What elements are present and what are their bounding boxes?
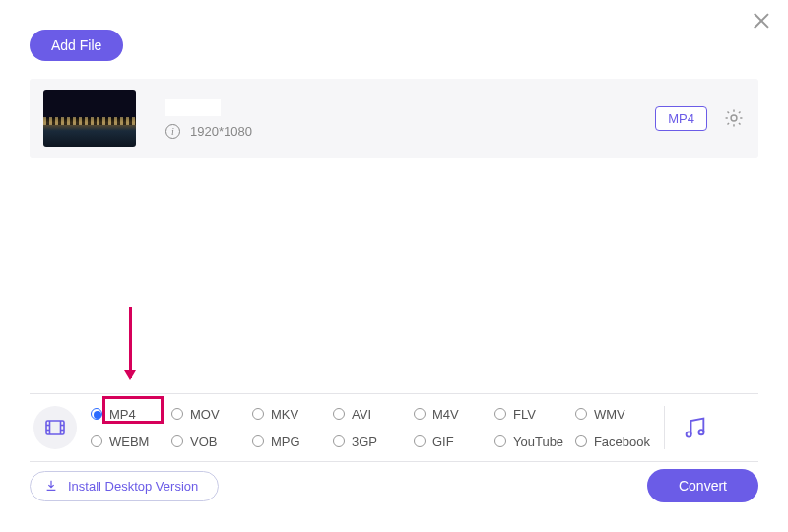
format-label: YouTube: [513, 434, 563, 449]
format-label: WMV: [594, 407, 625, 422]
music-icon[interactable]: [681, 414, 708, 441]
format-label: Facebook: [594, 434, 650, 449]
format-label: FLV: [513, 407, 536, 422]
formats-grid: MP4 MOV MKV AVI M4V FLV WMV WEBM VOB MPG…: [89, 402, 652, 453]
format-option-youtube[interactable]: YouTube: [492, 433, 571, 450]
svg-point-8: [687, 432, 691, 436]
format-option-mkv[interactable]: MKV: [250, 406, 329, 423]
format-option-facebook[interactable]: Facebook: [573, 433, 652, 450]
format-label: MOV: [190, 407, 220, 422]
format-label: 3GP: [352, 434, 377, 449]
divider: [664, 406, 665, 449]
file-format-button[interactable]: MP4: [655, 106, 707, 131]
format-option-mov[interactable]: MOV: [169, 406, 248, 423]
format-option-gif[interactable]: GIF: [412, 433, 491, 450]
format-option-3gp[interactable]: 3GP: [331, 433, 410, 450]
gear-icon[interactable]: [723, 107, 745, 129]
download-icon: [44, 479, 58, 493]
info-icon[interactable]: i: [165, 124, 180, 139]
format-option-m4v[interactable]: M4V: [412, 406, 491, 423]
format-option-avi[interactable]: AVI: [331, 406, 410, 423]
format-panel: MP4 MOV MKV AVI M4V FLV WMV WEBM VOB MPG…: [30, 393, 758, 462]
file-resolution: 1920*1080: [190, 124, 252, 139]
file-thumbnail: [43, 90, 136, 147]
format-label: GIF: [432, 434, 454, 449]
format-option-mp4[interactable]: MP4: [89, 406, 167, 423]
format-option-webm[interactable]: WEBM: [89, 433, 167, 450]
format-option-mpg[interactable]: MPG: [250, 433, 329, 450]
video-icon[interactable]: [33, 406, 77, 449]
format-option-flv[interactable]: FLV: [492, 406, 571, 423]
bottom-bar: Install Desktop Version Convert: [30, 469, 758, 502]
install-desktop-button[interactable]: Install Desktop Version: [30, 471, 219, 501]
file-item: i 1920*1080 MP4: [30, 79, 758, 158]
install-desktop-label: Install Desktop Version: [68, 479, 198, 494]
format-label: MP4: [109, 407, 136, 422]
annotation-arrow: [129, 307, 132, 378]
close-icon[interactable]: [753, 12, 770, 30]
svg-point-0: [731, 115, 737, 121]
format-label: AVI: [352, 407, 371, 422]
format-label: MPG: [271, 434, 300, 449]
format-label: VOB: [190, 434, 217, 449]
format-option-vob[interactable]: VOB: [169, 433, 248, 450]
file-meta: i 1920*1080: [165, 99, 252, 139]
add-file-button[interactable]: Add File: [30, 30, 123, 61]
format-option-wmv[interactable]: WMV: [573, 406, 652, 423]
convert-button[interactable]: Convert: [647, 469, 758, 502]
file-name: [165, 99, 221, 116]
format-label: MKV: [271, 407, 298, 422]
format-label: WEBM: [109, 434, 149, 449]
svg-point-9: [698, 430, 703, 434]
format-label: M4V: [432, 407, 459, 422]
